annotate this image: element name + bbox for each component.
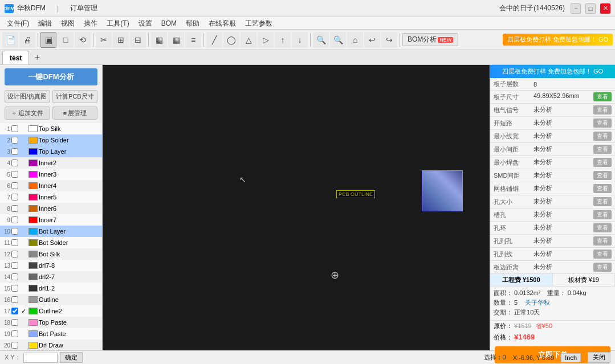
property-check-button[interactable]: 查看: [593, 184, 612, 193]
layer-visibility-checkbox[interactable]: [11, 239, 18, 246]
layer-item[interactable]: 16 Outline: [0, 294, 102, 305]
property-check-button[interactable]: 查看: [593, 263, 612, 272]
tb-up[interactable]: ↑: [275, 32, 291, 48]
tb-arrow[interactable]: ▷: [258, 32, 274, 48]
layer-visibility-checkbox[interactable]: [11, 125, 18, 132]
layer-item[interactable]: 19 Bot Paste: [0, 328, 102, 340]
layer-visibility-checkbox[interactable]: [11, 205, 18, 212]
unit-toggle-button[interactable]: Inch: [561, 353, 581, 362]
layer-item[interactable]: 13 drl7-8: [0, 260, 102, 271]
tb-open[interactable]: 🖨: [19, 32, 35, 48]
layer-item[interactable]: 10 Bot Layer: [0, 226, 102, 237]
layer-manager-button[interactable]: ≡ 层管理: [52, 107, 98, 120]
tb-zoom-out[interactable]: 🔍: [330, 32, 346, 48]
layer-visibility-checkbox[interactable]: [11, 137, 18, 144]
layer-visibility-checkbox[interactable]: [11, 319, 18, 326]
menu-edit[interactable]: 编辑: [34, 17, 56, 30]
maximize-button[interactable]: □: [585, 3, 596, 14]
menu-operation[interactable]: 操作: [79, 17, 102, 30]
ad-banner[interactable]: 四层板免费打样 免费加急包邮！ GO: [503, 34, 613, 46]
dfm-analyze-button[interactable]: 一键DFM分析: [5, 68, 97, 85]
property-check-button[interactable]: 查看: [593, 132, 612, 141]
layer-item[interactable]: 7 Inner5: [0, 191, 102, 203]
tab-test[interactable]: test: [2, 51, 29, 64]
cost-tab[interactable]: 板材费 ¥19: [553, 274, 616, 286]
layer-visibility-checkbox[interactable]: [11, 342, 18, 349]
xy-input[interactable]: [23, 353, 58, 363]
layer-item[interactable]: 12 Bot Silk: [0, 248, 102, 260]
tb-rotate[interactable]: ⟲: [75, 32, 91, 48]
layer-visibility-checkbox[interactable]: [11, 182, 18, 189]
tb-zoom-in[interactable]: 🔍: [313, 32, 329, 48]
close-button[interactable]: ✕: [600, 3, 610, 14]
layer-visibility-checkbox[interactable]: [11, 251, 18, 257]
layer-item[interactable]: 5 Inner3: [0, 169, 102, 180]
add-file-button[interactable]: ＋ 追加文件: [5, 107, 50, 120]
tb-select[interactable]: □: [58, 32, 74, 48]
tab-add-button[interactable]: +: [30, 51, 44, 64]
layer-item[interactable]: 1 Top Silk: [0, 123, 102, 134]
layer-item[interactable]: 6 Inner4: [0, 180, 102, 191]
menu-bom[interactable]: BOM: [157, 17, 181, 30]
property-check-button[interactable]: 查看: [593, 210, 612, 219]
bom-analysis-button[interactable]: BOM分析 NEW: [402, 33, 458, 46]
property-check-button[interactable]: 查看: [593, 145, 612, 154]
huaqiu-link[interactable]: 关于华秋: [525, 299, 550, 306]
property-check-button[interactable]: 查看: [593, 236, 612, 246]
layer-visibility-checkbox[interactable]: [11, 216, 18, 223]
layer-visibility-checkbox[interactable]: [11, 330, 18, 337]
property-check-button[interactable]: 查看: [593, 105, 612, 114]
menu-view[interactable]: 视图: [56, 17, 79, 30]
layer-item[interactable]: 2 Top Solder: [0, 134, 102, 146]
pcb-canvas[interactable]: PCB OUTLINE ⊕ ↖: [103, 65, 490, 350]
tb-minus[interactable]: ⊟: [130, 32, 146, 48]
cost-tab[interactable]: 工程费 ¥1500: [490, 274, 553, 286]
tb-undo[interactable]: ↩: [364, 32, 380, 48]
property-check-button[interactable]: 查看: [593, 118, 612, 128]
tb-grid2[interactable]: ▦: [168, 32, 184, 48]
tb-circle[interactable]: ◯: [223, 32, 239, 48]
tb-new[interactable]: 📄: [2, 32, 18, 48]
layer-visibility-checkbox[interactable]: [11, 285, 18, 292]
tb-select-rect[interactable]: ▣: [40, 32, 56, 48]
layer-item[interactable]: 4 Inner2: [0, 157, 102, 169]
calc-pcb-button[interactable]: 计算PCB尺寸: [52, 90, 98, 103]
tb-redo[interactable]: ↪: [381, 32, 397, 48]
layer-visibility-checkbox[interactable]: [11, 273, 18, 280]
menu-process[interactable]: 工艺参数: [241, 17, 277, 30]
layer-visibility-checkbox[interactable]: [11, 194, 18, 201]
property-check-button[interactable]: 查看: [593, 223, 612, 232]
layer-item[interactable]: 20 Drl Draw: [0, 340, 102, 350]
layer-item[interactable]: 18 Top Paste: [0, 317, 102, 328]
layer-item[interactable]: 9 Inner7: [0, 214, 102, 226]
property-check-button[interactable]: 查看: [593, 171, 612, 180]
property-check-button[interactable]: 查看: [593, 92, 612, 101]
tb-merge[interactable]: ⊞: [113, 32, 129, 48]
layer-visibility-checkbox[interactable]: [11, 308, 18, 314]
layer-visibility-checkbox[interactable]: [11, 171, 18, 178]
layer-item[interactable]: 17 ✓ Outline2: [0, 305, 102, 317]
layer-visibility-checkbox[interactable]: [11, 148, 18, 155]
menu-support[interactable]: 在线客服: [204, 17, 241, 30]
layer-visibility-checkbox[interactable]: [11, 159, 18, 166]
menu-tools[interactable]: 工具(T): [102, 17, 133, 30]
layer-item[interactable]: 15 drl1-2: [0, 283, 102, 294]
menu-help[interactable]: 帮助: [181, 17, 204, 30]
layer-item[interactable]: 8 Inner6: [0, 203, 102, 214]
tb-cut[interactable]: ✂: [96, 32, 112, 48]
tb-down[interactable]: ↓: [292, 32, 308, 48]
design-view-button[interactable]: 设计图/仿真图: [5, 90, 50, 103]
tb-tri[interactable]: △: [241, 32, 256, 48]
tb-line[interactable]: ≡: [185, 32, 201, 48]
minimize-button[interactable]: －: [571, 3, 581, 14]
tb-diag[interactable]: ╱: [206, 32, 222, 48]
property-check-button[interactable]: 查看: [593, 197, 612, 206]
tb-grid1[interactable]: ▦: [151, 32, 167, 48]
layer-visibility-checkbox[interactable]: [11, 228, 18, 235]
menu-file[interactable]: 文件(F): [2, 17, 34, 30]
menu-settings[interactable]: 设置: [134, 17, 157, 30]
close-small-button[interactable]: 关闭: [588, 352, 610, 363]
tb-fit[interactable]: ⌂: [347, 32, 363, 48]
confirm-button[interactable]: 确定: [60, 352, 83, 363]
layer-item[interactable]: 11 Bot Solder: [0, 237, 102, 248]
